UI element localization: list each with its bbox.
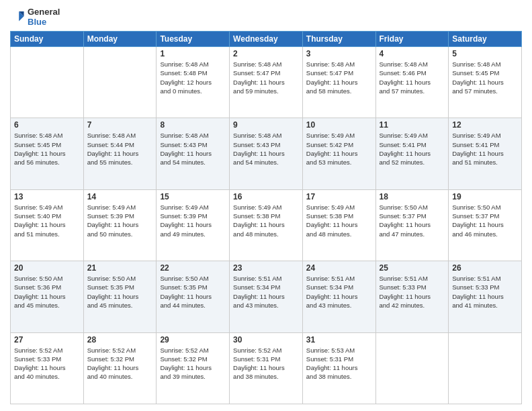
calendar-cell: 31Sunrise: 5:53 AMSunset: 5:31 PMDayligh… xyxy=(302,332,375,404)
day-number: 9 xyxy=(233,120,299,130)
day-number: 29 xyxy=(160,335,226,345)
calendar-cell: 7Sunrise: 5:48 AMSunset: 5:44 PMDaylight… xyxy=(83,118,157,189)
header-cell-sunday: Sunday xyxy=(11,32,84,47)
calendar-cell: 27Sunrise: 5:52 AMSunset: 5:33 PMDayligh… xyxy=(11,332,84,404)
calendar-cell: 12Sunrise: 5:49 AMSunset: 5:41 PMDayligh… xyxy=(449,118,522,189)
cell-info: Sunrise: 5:49 AMSunset: 5:41 PMDaylight:… xyxy=(380,131,445,167)
day-number: 4 xyxy=(380,49,445,58)
calendar-cell: 1Sunrise: 5:48 AMSunset: 5:48 PMDaylight… xyxy=(157,47,230,118)
cell-info: Sunrise: 5:48 AMSunset: 5:47 PMDaylight:… xyxy=(306,60,372,95)
calendar-cell: 22Sunrise: 5:50 AMSunset: 5:35 PMDayligh… xyxy=(157,261,230,332)
day-number: 16 xyxy=(233,192,299,201)
cell-info: Sunrise: 5:53 AMSunset: 5:31 PMDaylight:… xyxy=(306,346,372,381)
day-number: 20 xyxy=(14,263,80,273)
calendar-cell xyxy=(11,47,84,118)
day-number: 30 xyxy=(233,335,299,345)
cell-info: Sunrise: 5:50 AMSunset: 5:37 PMDaylight:… xyxy=(452,203,518,238)
calendar-cell xyxy=(83,47,157,118)
calendar-body: 1Sunrise: 5:48 AMSunset: 5:48 PMDaylight… xyxy=(11,47,522,404)
calendar-cell: 18Sunrise: 5:50 AMSunset: 5:37 PMDayligh… xyxy=(375,189,449,261)
calendar-cell xyxy=(449,332,522,404)
cell-info: Sunrise: 5:50 AMSunset: 5:35 PMDaylight:… xyxy=(160,274,226,310)
cell-info: Sunrise: 5:49 AMSunset: 5:40 PMDaylight:… xyxy=(14,203,80,238)
day-number: 17 xyxy=(306,192,372,201)
day-number: 21 xyxy=(87,263,153,273)
day-number: 27 xyxy=(14,335,80,345)
cell-info: Sunrise: 5:52 AMSunset: 5:32 PMDaylight:… xyxy=(87,346,153,381)
day-number: 18 xyxy=(380,192,445,201)
calendar-cell: 9Sunrise: 5:48 AMSunset: 5:43 PMDaylight… xyxy=(230,118,303,189)
cell-info: Sunrise: 5:52 AMSunset: 5:32 PMDaylight:… xyxy=(160,346,226,381)
header-row: SundayMondayTuesdayWednesdayThursdayFrid… xyxy=(11,32,522,47)
calendar-header: SundayMondayTuesdayWednesdayThursdayFrid… xyxy=(11,32,522,47)
day-number: 11 xyxy=(380,120,445,130)
header: General Blue xyxy=(10,7,522,27)
cell-info: Sunrise: 5:48 AMSunset: 5:46 PMDaylight:… xyxy=(380,60,445,95)
header-cell-thursday: Thursday xyxy=(302,32,375,47)
calendar-cell xyxy=(375,332,449,404)
calendar-cell: 4Sunrise: 5:48 AMSunset: 5:46 PMDaylight… xyxy=(375,47,449,118)
calendar-cell: 24Sunrise: 5:51 AMSunset: 5:34 PMDayligh… xyxy=(302,261,375,332)
cell-info: Sunrise: 5:51 AMSunset: 5:34 PMDaylight:… xyxy=(233,274,299,310)
cell-info: Sunrise: 5:49 AMSunset: 5:39 PMDaylight:… xyxy=(87,203,153,238)
calendar-cell: 20Sunrise: 5:50 AMSunset: 5:36 PMDayligh… xyxy=(11,261,84,332)
week-row-1: 6Sunrise: 5:48 AMSunset: 5:45 PMDaylight… xyxy=(11,118,522,189)
header-cell-tuesday: Tuesday xyxy=(157,32,230,47)
logo-text: General Blue xyxy=(28,7,60,27)
calendar-cell: 15Sunrise: 5:49 AMSunset: 5:39 PMDayligh… xyxy=(157,189,230,261)
day-number: 25 xyxy=(380,263,445,273)
day-number: 26 xyxy=(452,263,518,273)
week-row-0: 1Sunrise: 5:48 AMSunset: 5:48 PMDaylight… xyxy=(11,47,522,118)
cell-info: Sunrise: 5:51 AMSunset: 5:33 PMDaylight:… xyxy=(452,274,518,310)
cell-info: Sunrise: 5:51 AMSunset: 5:33 PMDaylight:… xyxy=(380,274,445,310)
calendar-cell: 30Sunrise: 5:52 AMSunset: 5:31 PMDayligh… xyxy=(230,332,303,404)
page: General Blue SundayMondayTuesdayWednesda… xyxy=(0,0,532,411)
cell-info: Sunrise: 5:48 AMSunset: 5:48 PMDaylight:… xyxy=(160,60,226,95)
calendar-cell: 11Sunrise: 5:49 AMSunset: 5:41 PMDayligh… xyxy=(375,118,449,189)
calendar-cell: 19Sunrise: 5:50 AMSunset: 5:37 PMDayligh… xyxy=(449,189,522,261)
calendar-cell: 13Sunrise: 5:49 AMSunset: 5:40 PMDayligh… xyxy=(11,189,84,261)
week-row-4: 27Sunrise: 5:52 AMSunset: 5:33 PMDayligh… xyxy=(11,332,522,404)
cell-info: Sunrise: 5:49 AMSunset: 5:38 PMDaylight:… xyxy=(306,203,372,238)
day-number: 15 xyxy=(160,192,226,201)
cell-info: Sunrise: 5:50 AMSunset: 5:36 PMDaylight:… xyxy=(14,274,80,310)
day-number: 10 xyxy=(306,120,372,130)
cell-info: Sunrise: 5:52 AMSunset: 5:33 PMDaylight:… xyxy=(14,346,80,381)
day-number: 14 xyxy=(87,192,153,201)
day-number: 3 xyxy=(306,49,372,58)
calendar-cell: 29Sunrise: 5:52 AMSunset: 5:32 PMDayligh… xyxy=(157,332,230,404)
calendar-cell: 2Sunrise: 5:48 AMSunset: 5:47 PMDaylight… xyxy=(230,47,303,118)
day-number: 28 xyxy=(87,335,153,345)
calendar-cell: 26Sunrise: 5:51 AMSunset: 5:33 PMDayligh… xyxy=(449,261,522,332)
day-number: 13 xyxy=(14,192,80,201)
cell-info: Sunrise: 5:50 AMSunset: 5:37 PMDaylight:… xyxy=(380,203,445,238)
calendar-cell: 16Sunrise: 5:49 AMSunset: 5:38 PMDayligh… xyxy=(230,189,303,261)
calendar-cell: 14Sunrise: 5:49 AMSunset: 5:39 PMDayligh… xyxy=(83,189,157,261)
calendar-cell: 21Sunrise: 5:50 AMSunset: 5:35 PMDayligh… xyxy=(83,261,157,332)
calendar-table: SundayMondayTuesdayWednesdayThursdayFrid… xyxy=(10,31,522,404)
calendar-cell: 10Sunrise: 5:49 AMSunset: 5:42 PMDayligh… xyxy=(302,118,375,189)
calendar-cell: 17Sunrise: 5:49 AMSunset: 5:38 PMDayligh… xyxy=(302,189,375,261)
cell-info: Sunrise: 5:49 AMSunset: 5:42 PMDaylight:… xyxy=(306,131,372,167)
calendar-cell: 6Sunrise: 5:48 AMSunset: 5:45 PMDaylight… xyxy=(11,118,84,189)
day-number: 5 xyxy=(452,49,518,58)
cell-info: Sunrise: 5:49 AMSunset: 5:38 PMDaylight:… xyxy=(233,203,299,238)
day-number: 8 xyxy=(160,120,226,130)
day-number: 2 xyxy=(233,49,299,58)
calendar-cell: 8Sunrise: 5:48 AMSunset: 5:43 PMDaylight… xyxy=(157,118,230,189)
day-number: 23 xyxy=(233,263,299,273)
day-number: 12 xyxy=(452,120,518,130)
logo-icon xyxy=(10,9,25,24)
day-number: 7 xyxy=(87,120,153,130)
cell-info: Sunrise: 5:48 AMSunset: 5:44 PMDaylight:… xyxy=(87,131,153,167)
cell-info: Sunrise: 5:52 AMSunset: 5:31 PMDaylight:… xyxy=(233,346,299,381)
header-cell-monday: Monday xyxy=(83,32,157,47)
cell-info: Sunrise: 5:49 AMSunset: 5:41 PMDaylight:… xyxy=(452,131,518,167)
calendar-cell: 25Sunrise: 5:51 AMSunset: 5:33 PMDayligh… xyxy=(375,261,449,332)
cell-info: Sunrise: 5:48 AMSunset: 5:45 PMDaylight:… xyxy=(14,131,80,167)
day-number: 1 xyxy=(160,49,226,58)
header-cell-saturday: Saturday xyxy=(449,32,522,47)
cell-info: Sunrise: 5:49 AMSunset: 5:39 PMDaylight:… xyxy=(160,203,226,238)
cell-info: Sunrise: 5:48 AMSunset: 5:45 PMDaylight:… xyxy=(452,60,518,95)
day-number: 6 xyxy=(14,120,80,130)
